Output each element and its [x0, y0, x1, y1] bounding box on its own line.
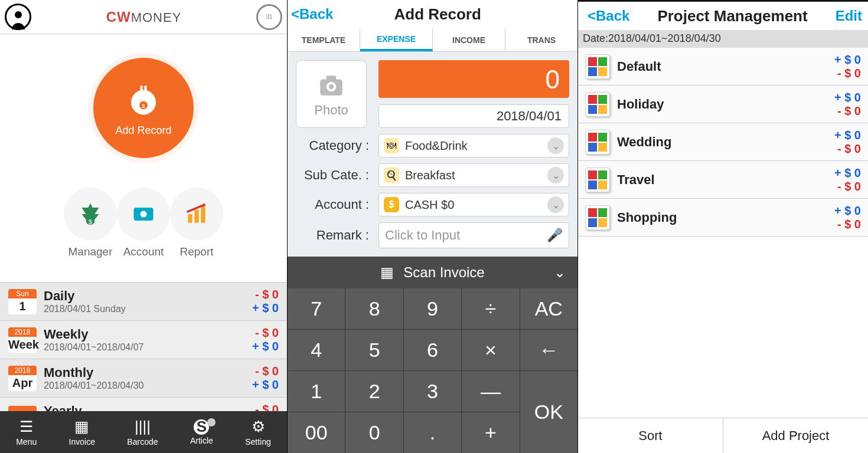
svg-text:$: $: [89, 218, 92, 225]
date-badge: 2018Apr: [8, 366, 37, 391]
project-item[interactable]: Travel + $ 0- $ 0: [578, 161, 868, 199]
tab-template[interactable]: TEMPLATE: [288, 28, 360, 51]
project-name: Travel: [617, 172, 834, 188]
project-item[interactable]: Holiday + $ 0- $ 0: [578, 86, 868, 123]
key-8[interactable]: 8: [345, 288, 403, 329]
period-sub: 2018/04/01~2018/04/30: [44, 380, 252, 391]
camera-icon: [314, 71, 349, 100]
account-label: Account: [123, 245, 164, 258]
key-9[interactable]: 9: [404, 288, 461, 329]
project-icon: [585, 92, 610, 117]
key-AC[interactable]: AC: [520, 288, 577, 329]
key-3[interactable]: 3: [404, 371, 461, 412]
calendar-day: 31: [266, 14, 272, 20]
calendar-button[interactable]: 31: [256, 4, 282, 30]
profile-avatar[interactable]: [5, 4, 31, 30]
period-row[interactable]: 2018Apr Monthly2018/04/01~2018/04/30 - $…: [0, 359, 287, 397]
remark-input[interactable]: Click to Input 🎤: [378, 222, 569, 248]
period-pos: + $ 0: [252, 340, 279, 353]
svg-rect-10: [194, 210, 198, 223]
add-record-label: Add Record: [115, 124, 171, 137]
key-+[interactable]: +: [462, 412, 519, 453]
project-icon: [585, 168, 610, 192]
project-icon: [585, 205, 610, 230]
project-pos: + $ 0: [834, 204, 861, 218]
edit-button[interactable]: Edit: [836, 8, 862, 24]
period-pos: + $ 0: [252, 301, 279, 315]
qr-icon: ▦: [380, 264, 394, 281]
period-title: Monthly: [44, 365, 252, 380]
remark-label: Remark :: [296, 228, 373, 243]
key-×[interactable]: ×: [462, 330, 519, 370]
period-row[interactable]: Sun1 Daily2018/04/01 Sunday - $ 0+ $ 0: [0, 282, 287, 320]
project-neg: - $ 0: [834, 142, 861, 156]
photo-button[interactable]: Photo: [296, 60, 367, 128]
key-←[interactable]: ←: [520, 330, 577, 370]
back-button[interactable]: <Back: [584, 8, 629, 24]
key-7[interactable]: 7: [288, 288, 345, 329]
mic-icon[interactable]: 🎤: [547, 228, 563, 243]
page-title: Project Management: [629, 7, 835, 25]
period-neg: - $ 0: [252, 365, 279, 378]
project-item[interactable]: Default + $ 0- $ 0: [578, 48, 868, 86]
date-input[interactable]: 2018/04/01: [378, 104, 569, 128]
key-OK[interactable]: OK: [520, 371, 577, 453]
report-icon: [184, 201, 210, 227]
account-value: CASH $0: [405, 198, 454, 212]
svg-text:$: $: [142, 102, 145, 109]
footer-label: Barcode: [127, 437, 158, 447]
key-4[interactable]: 4: [288, 330, 345, 370]
barcode-icon: ||||: [135, 418, 151, 436]
account-select[interactable]: $ CASH $0 ⌄: [378, 193, 569, 216]
period-sub: 2018/04/01~2018/04/07: [44, 342, 252, 353]
invoice-icon: ▦: [74, 418, 89, 436]
key-.[interactable]: .: [404, 412, 461, 453]
back-button[interactable]: <Back: [288, 6, 333, 22]
key-00[interactable]: 00: [288, 412, 345, 453]
sort-button[interactable]: Sort: [578, 418, 723, 453]
category-select[interactable]: 🍽 Food&Drink ⌄: [378, 134, 569, 157]
footer-menu[interactable]: ☰Menu: [16, 418, 37, 447]
subcat-select[interactable]: 🍳 Breakfast ⌄: [378, 163, 569, 187]
svg-point-14: [329, 84, 334, 88]
app-logo: CWMONEY: [106, 9, 182, 25]
account-button[interactable]: Account: [117, 188, 170, 258]
scan-label: Scan Invoice: [403, 264, 484, 281]
project-pos: + $ 0: [834, 53, 861, 67]
key-1[interactable]: 1: [288, 371, 345, 412]
svg-rect-15: [327, 76, 337, 80]
project-item[interactable]: Shopping + $ 0- $ 0: [578, 199, 868, 237]
footer-barcode[interactable]: ||||Barcode: [127, 418, 158, 447]
manager-button[interactable]: $ Manager: [64, 188, 117, 258]
tab-expense[interactable]: EXPENSE: [360, 28, 433, 51]
key-—[interactable]: —: [462, 371, 519, 412]
subcat-value: Breakfast: [405, 169, 455, 182]
logo-cw: CW: [106, 9, 131, 25]
add-record-button[interactable]: $ Add Record: [93, 58, 194, 158]
project-neg: - $ 0: [834, 67, 861, 80]
svg-rect-1: [140, 86, 142, 91]
footer-invoice[interactable]: ▦Invoice: [69, 418, 95, 447]
key-5[interactable]: 5: [345, 330, 403, 370]
project-name: Shopping: [617, 210, 834, 225]
key-÷[interactable]: ÷: [462, 288, 519, 329]
chevron-down-icon: ⌄: [547, 167, 564, 183]
amount-display[interactable]: 0: [378, 60, 569, 98]
footer-article[interactable]: SArticle: [190, 419, 213, 445]
category-label: Category :: [296, 138, 373, 153]
period-neg: - $ 0: [252, 288, 279, 301]
add-project-button[interactable]: Add Project: [723, 418, 868, 453]
key-2[interactable]: 2: [345, 371, 403, 412]
photo-label: Photo: [314, 103, 348, 118]
tab-income[interactable]: INCOME: [433, 28, 505, 51]
report-button[interactable]: Report: [170, 188, 223, 258]
period-row[interactable]: 2018Week Weekly2018/04/01~2018/04/07 - $…: [0, 320, 287, 359]
key-0[interactable]: 0: [345, 412, 403, 453]
scan-invoice-button[interactable]: ▦ Scan Invoice ⌄: [288, 257, 577, 288]
key-6[interactable]: 6: [404, 330, 461, 370]
back-label: Back: [299, 6, 333, 22]
project-item[interactable]: Wedding + $ 0- $ 0: [578, 123, 868, 161]
period-pos: + $ 0: [252, 378, 279, 392]
footer-setting[interactable]: ⚙Setting: [245, 418, 271, 447]
tab-trans[interactable]: TRANS: [505, 28, 577, 51]
